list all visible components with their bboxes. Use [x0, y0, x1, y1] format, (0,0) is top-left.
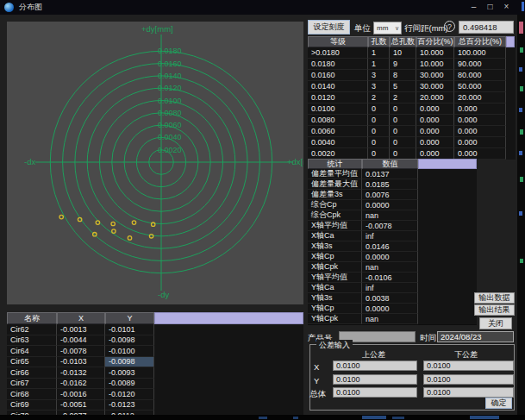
table-row[interactable]: 0.0100000.0000.000	[308, 103, 516, 115]
cell[interactable]: -0.0016	[57, 389, 105, 400]
cell[interactable]: 20.000	[454, 92, 506, 103]
table-row[interactable]: 0.01603830.00080.000	[308, 70, 516, 81]
data-point[interactable]	[112, 229, 116, 233]
cell[interactable]: 2	[368, 92, 390, 103]
x-lower-tolerance-field[interactable]: 0.0100	[423, 360, 514, 371]
cell[interactable]: 0	[368, 115, 390, 126]
table-row[interactable]: 0.01403530.00050.000	[308, 81, 516, 92]
data-point[interactable]	[93, 233, 97, 236]
cell[interactable]: -0.0098	[105, 357, 154, 368]
cell[interactable]: 30.000	[416, 81, 454, 92]
cell[interactable]: -0.0103	[57, 357, 105, 368]
data-point[interactable]	[128, 236, 131, 240]
cell[interactable]: 0.0100	[308, 103, 368, 115]
unit-dropdown[interactable]: mm ∨	[373, 22, 402, 34]
table-row[interactable]: Cir69-0.0051-0.0123	[7, 400, 303, 411]
cell[interactable]: 100.000	[454, 47, 506, 59]
cell[interactable]: 0.000	[454, 115, 506, 126]
cell[interactable]: -0.0101	[105, 324, 154, 335]
cell[interactable]: 0	[390, 137, 416, 148]
cell[interactable]: 0.0140	[308, 81, 368, 92]
cell[interactable]: Cir66	[7, 367, 57, 379]
cell[interactable]: -0.0051	[57, 400, 105, 411]
cell[interactable]: 0	[390, 115, 416, 126]
cell[interactable]: -0.0100	[105, 346, 154, 357]
table-row[interactable]: Cir65-0.0103-0.0098	[7, 357, 303, 368]
cell[interactable]: 10.000	[416, 47, 454, 59]
cell[interactable]: -0.0098	[105, 335, 154, 347]
column-header[interactable]: Y	[105, 312, 154, 324]
cell[interactable]: Cir63	[7, 335, 57, 347]
cell[interactable]: -0.0162	[57, 379, 105, 390]
data-point[interactable]	[132, 221, 135, 224]
cell[interactable]: 0.0120	[308, 92, 368, 103]
cell[interactable]: 0.000	[416, 103, 454, 115]
column-header[interactable]: X	[57, 312, 105, 324]
cell[interactable]: 9	[390, 59, 416, 70]
table-row[interactable]: Cir66-0.0132-0.0093	[7, 367, 303, 379]
total-lower-tolerance-field[interactable]: 0.0100	[423, 387, 514, 398]
y-lower-tolerance-field[interactable]: 0.0100	[423, 374, 514, 385]
cell[interactable]: Cir64	[7, 346, 57, 357]
column-header[interactable]: 统计	[308, 159, 362, 169]
cell[interactable]: Cir65	[7, 357, 57, 368]
cell[interactable]: 0	[368, 103, 390, 115]
table-row[interactable]: Cir64-0.0078-0.0100	[7, 346, 303, 357]
cell[interactable]: -0.0044	[57, 335, 105, 347]
table-row[interactable]: Cir68-0.0016-0.0120	[7, 389, 303, 400]
table-row[interactable]: >0.018011010.000100.000	[308, 47, 516, 59]
cell[interactable]: 80.000	[454, 70, 506, 81]
total-upper-tolerance-field[interactable]: 0.0100	[333, 387, 417, 398]
cell[interactable]: 0.000	[454, 103, 506, 115]
column-header[interactable]: 百分比(%)	[416, 36, 454, 47]
cell[interactable]: 30.000	[416, 70, 454, 81]
cell[interactable]: 0.000	[454, 137, 506, 148]
close-dialog-button[interactable]: 关闭	[479, 317, 512, 329]
column-header[interactable]: 名称	[7, 312, 57, 324]
column-header[interactable]: 数值	[362, 159, 418, 169]
cell[interactable]: -0.0123	[105, 400, 154, 411]
data-point[interactable]	[59, 215, 63, 218]
cell[interactable]: 10	[390, 47, 416, 59]
cell[interactable]: 2	[390, 92, 416, 103]
cell[interactable]: 0.000	[416, 126, 454, 137]
cell[interactable]: 0	[390, 126, 416, 137]
export-data-button[interactable]: 输出数据	[474, 292, 515, 304]
table-row[interactable]: Cir67-0.0162-0.0089	[7, 379, 303, 390]
close-window-button[interactable]: ×	[498, 1, 515, 14]
table-row[interactable]: 0.0060000.0000.000	[308, 126, 516, 137]
cell[interactable]: -0.0078	[57, 346, 105, 357]
x-upper-tolerance-field[interactable]: 0.0100	[333, 360, 417, 371]
table-row[interactable]: Cir62-0.0013-0.0101	[7, 324, 303, 335]
cell[interactable]: -0.0132	[57, 367, 105, 379]
cell[interactable]: -0.0120	[105, 389, 154, 400]
cell[interactable]: Cir69	[7, 400, 57, 411]
cell[interactable]: 0	[368, 126, 390, 137]
cell[interactable]: 50.000	[454, 81, 506, 92]
cell[interactable]: 0.000	[454, 126, 506, 137]
data-point[interactable]	[149, 235, 153, 238]
cell[interactable]: 0.0040	[308, 137, 368, 148]
cell[interactable]: -0.0093	[105, 367, 154, 379]
cell[interactable]: 90.000	[454, 59, 506, 70]
column-header[interactable]: 等级	[308, 36, 368, 47]
y-upper-tolerance-field[interactable]: 0.0100	[333, 374, 417, 385]
maximize-button[interactable]: □	[482, 1, 498, 14]
cell[interactable]: -0.0013	[57, 324, 105, 335]
cell[interactable]: 8	[390, 70, 416, 81]
set-scale-button[interactable]: 设定刻度	[308, 20, 350, 34]
export-result-button[interactable]: 输出结果	[474, 304, 515, 316]
column-header[interactable]: 总孔数	[390, 36, 416, 47]
table-row[interactable]: 0.0040000.0000.000	[308, 137, 516, 148]
cell[interactable]: Cir62	[7, 324, 57, 335]
column-header[interactable]: 孔数	[368, 36, 390, 47]
cell[interactable]: Cir67	[7, 379, 57, 390]
cell[interactable]: 0.0060	[308, 126, 368, 137]
cell[interactable]: 0	[368, 137, 390, 148]
cell[interactable]: 0.0080	[308, 115, 368, 126]
minimize-button[interactable]: –	[466, 1, 482, 14]
cell[interactable]: 3	[368, 81, 390, 92]
table-row[interactable]: Cir63-0.0044-0.0098	[7, 335, 303, 347]
table-row[interactable]: 0.01202220.00020.000	[308, 92, 516, 103]
cell[interactable]: 0.000	[416, 115, 454, 126]
